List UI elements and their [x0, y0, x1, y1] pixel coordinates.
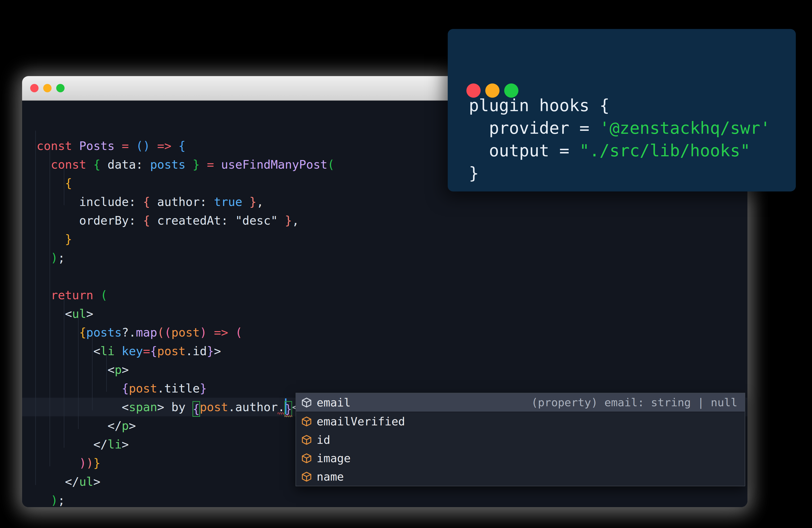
snippet-window: plugin hooks { provider = '@zenstackhq/s… [448, 29, 796, 191]
autocomplete-item-label: emailVerified [317, 415, 405, 428]
symbol-field-icon [301, 434, 312, 445]
code-line: return ( [37, 286, 342, 304]
autocomplete-item-label: id [317, 433, 330, 446]
code-line: <ul> [37, 304, 342, 323]
symbol-field-icon [301, 397, 312, 408]
code-line: const { data: posts } = useFindManyPost( [37, 155, 342, 174]
window-controls [30, 84, 64, 92]
minimize-button-icon[interactable] [43, 84, 52, 92]
code-line [37, 267, 342, 286]
code-line: plugin hooks { [469, 94, 770, 117]
code-line: } [469, 162, 770, 185]
code-line: {posts?.map((post) => ( [37, 323, 342, 342]
code-line: include: { author: true }, [37, 192, 342, 211]
code-line: orderBy: { createdAt: "desc" }, [37, 211, 342, 230]
symbol-field-icon [301, 416, 312, 427]
code-line: <li key={post.id}> [37, 342, 342, 360]
code-line: output = "./src/lib/hooks" [469, 140, 770, 162]
autocomplete-item[interactable]: email(property) email: string | null [296, 393, 745, 412]
autocomplete-item-detail: (property) email: string | null [531, 396, 737, 409]
autocomplete-item-label: image [317, 452, 350, 465]
symbol-field-icon [301, 471, 312, 482]
autocomplete-item-label: email [317, 396, 350, 409]
autocomplete-item[interactable]: id [296, 430, 745, 449]
autocomplete-item[interactable]: name [296, 467, 745, 486]
code-line: ); [37, 248, 342, 267]
desktop-background: const Posts = () => { const { data: post… [0, 0, 812, 528]
autocomplete-popup: email(property) email: string | nullemai… [295, 393, 745, 486]
autocomplete-item[interactable]: emailVerified [296, 412, 745, 430]
autocomplete-item[interactable]: image [296, 449, 745, 467]
indent-guide [35, 131, 36, 485]
code-line: { [37, 174, 342, 192]
code-line: provider = '@zenstackhq/swr' [469, 117, 770, 140]
zoom-button-icon[interactable] [56, 84, 64, 92]
close-button-icon[interactable] [30, 84, 39, 92]
snippet-code: plugin hooks { provider = '@zenstackhq/s… [469, 94, 770, 185]
code-line: } [37, 230, 342, 248]
autocomplete-item-label: name [317, 470, 344, 483]
code-line: <p> [37, 360, 342, 379]
code-line: const Posts = () => { [37, 136, 342, 155]
symbol-field-icon [301, 453, 312, 464]
code-line: ); [37, 491, 342, 507]
